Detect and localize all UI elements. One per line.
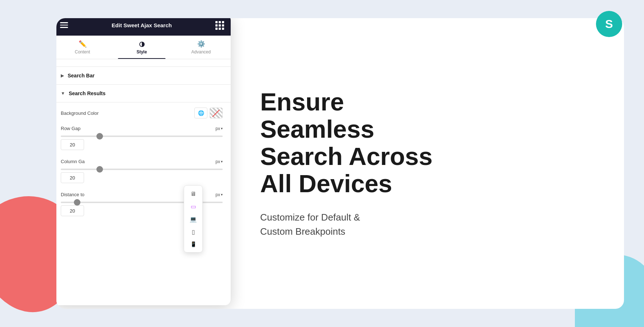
background-color-label: Background Color xyxy=(61,110,99,116)
hero-headline: EnsureSeamlessSearch AcrossAll Devices xyxy=(260,88,599,197)
column-gap-slider-row: 20 xyxy=(61,169,223,183)
tab-advanced[interactable]: ⚙️ Advanced xyxy=(171,36,231,59)
settings-area: Background Color 🌐 Row Gap px ▾ xyxy=(56,102,231,216)
device-popup: 🖥 ▭ 💻 ▯ 📱 xyxy=(184,185,203,253)
device-option-desktop[interactable]: 🖥 xyxy=(184,188,202,200)
search-results-arrow: ▼ xyxy=(61,91,65,96)
grid-icon[interactable] xyxy=(215,21,223,29)
color-swatch[interactable] xyxy=(210,108,223,118)
distance-to-input[interactable]: 20 xyxy=(61,205,84,216)
tab-style-label: Style xyxy=(136,49,147,54)
row-gap-slider-thumb[interactable] xyxy=(96,133,103,140)
tab-style[interactable]: ◑ Style xyxy=(112,36,171,59)
logo-letter: S xyxy=(605,17,613,31)
row-gap-slider-row: 20 xyxy=(61,136,223,150)
column-gap-slider-track[interactable] xyxy=(61,169,223,170)
editor-tabs: ✏️ Content ◑ Style ⚙️ Advanced xyxy=(56,36,231,59)
row-gap-row: Row Gap px ▾ xyxy=(61,121,223,133)
device-option-mobile[interactable]: 📱 xyxy=(184,238,202,250)
editor-panel: Edit Sweet Ajax Search ✏️ Content ◑ Styl… xyxy=(56,18,231,305)
distance-to-controls: px ▾ xyxy=(215,192,223,197)
editor-header: Edit Sweet Ajax Search xyxy=(56,18,231,36)
row-gap-unit-text: px xyxy=(215,126,220,131)
search-bar-label: Search Bar xyxy=(68,73,95,78)
tab-content-label: Content xyxy=(75,49,90,54)
row-gap-unit[interactable]: px ▾ xyxy=(215,126,223,131)
column-gap-slider-thumb[interactable] xyxy=(96,166,103,173)
search-bar-section[interactable]: ▶ Search Bar xyxy=(56,67,231,85)
distance-to-unit-arrow: ▾ xyxy=(221,193,223,197)
right-panel: EnsureSeamlessSearch AcrossAll Devices C… xyxy=(235,18,624,309)
distance-to-unit-text: px xyxy=(215,192,220,197)
row-gap-label: Row Gap xyxy=(61,126,80,131)
style-tab-icon: ◑ xyxy=(139,41,145,47)
column-gap-label: Column Ga xyxy=(61,159,85,164)
content-tab-icon: ✏️ xyxy=(79,41,87,47)
row-gap-controls: px ▾ xyxy=(215,126,223,131)
column-gap-unit-arrow: ▾ xyxy=(221,160,223,164)
background-color-row: Background Color 🌐 xyxy=(61,102,223,121)
row-gap-slider-track[interactable] xyxy=(61,136,223,137)
device-option-laptop[interactable]: 💻 xyxy=(184,213,202,226)
tab-advanced-label: Advanced xyxy=(191,49,211,54)
editor-title: Edit Sweet Ajax Search xyxy=(112,22,172,28)
column-gap-controls: px ▾ xyxy=(215,159,223,164)
search-results-label: Search Results xyxy=(69,90,106,96)
device-option-tablet-small[interactable]: ▯ xyxy=(184,226,202,238)
distance-to-slider-thumb[interactable] xyxy=(74,199,80,206)
device-option-tablet-large[interactable]: ▭ xyxy=(184,200,202,213)
background-color-controls: 🌐 xyxy=(194,108,223,118)
main-container: Edit Sweet Ajax Search ✏️ Content ◑ Styl… xyxy=(56,18,624,309)
tab-content[interactable]: ✏️ Content xyxy=(56,36,112,59)
row-gap-unit-arrow: ▾ xyxy=(221,126,223,130)
global-color-btn[interactable]: 🌐 xyxy=(194,108,207,118)
column-gap-unit-text: px xyxy=(215,159,220,164)
column-gap-unit[interactable]: px ▾ xyxy=(215,159,223,164)
search-bar-arrow: ▶ xyxy=(61,73,64,78)
logo-circle: S xyxy=(596,11,622,37)
row-gap-input[interactable]: 20 xyxy=(61,139,84,150)
hamburger-menu-icon[interactable] xyxy=(60,22,68,28)
advanced-tab-icon: ⚙️ xyxy=(197,41,205,47)
column-gap-row: Column Ga px ▾ xyxy=(61,154,223,166)
search-results-section[interactable]: ▼ Search Results xyxy=(56,85,231,102)
distance-to-label: Distance to xyxy=(61,192,84,197)
distance-to-unit[interactable]: px ▾ xyxy=(215,192,223,197)
empty-spacer xyxy=(56,59,231,66)
column-gap-input[interactable]: 20 xyxy=(61,172,84,183)
hero-subtext: Customize for Default &Custom Breakpoint… xyxy=(260,210,599,239)
